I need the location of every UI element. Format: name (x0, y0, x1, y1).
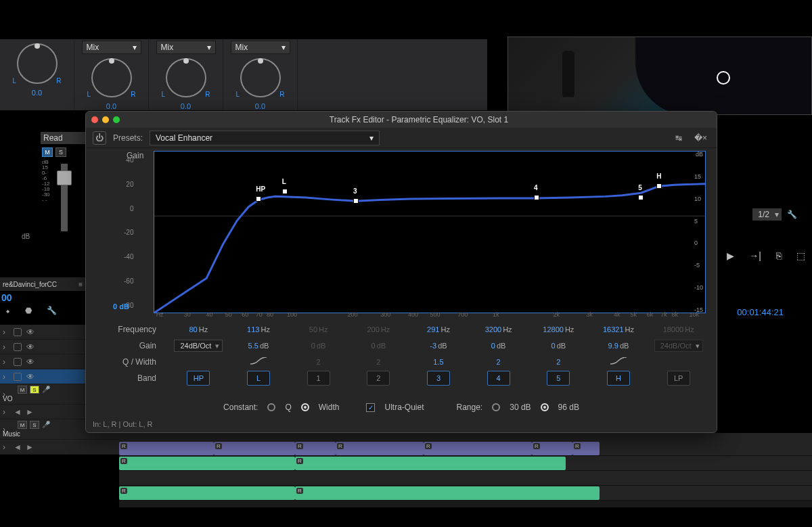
zoom-button[interactable] (113, 116, 120, 123)
lock-icon[interactable] (14, 358, 22, 366)
preset-dropdown[interactable]: Vocal Enhancer▾ (150, 131, 380, 145)
gain-value[interactable]: 0dB (528, 342, 589, 350)
band-toggle-2[interactable]: 2 (367, 371, 390, 386)
freq-value[interactable]: 3200Hz (468, 325, 528, 334)
step-button[interactable]: →| (749, 250, 761, 261)
mic-icon[interactable]: 🎤 (42, 421, 50, 429)
fader-thumb[interactable] (57, 170, 72, 185)
gain-value[interactable]: 9.9dB (589, 342, 649, 350)
mute-toggle[interactable]: M (18, 386, 27, 394)
marker-icon[interactable]: ⬥ (5, 306, 10, 315)
freq-value[interactable]: 16321Hz (589, 325, 649, 334)
play-button[interactable]: ▶ (727, 250, 734, 261)
pan-knob[interactable] (17, 43, 58, 84)
band-toggle-HP[interactable]: HP (187, 371, 210, 386)
band-toggle-1[interactable]: 1 (307, 371, 330, 386)
clip[interactable]: R (295, 457, 566, 470)
band-handle[interactable] (534, 195, 539, 200)
mute-toggle[interactable]: M (18, 421, 27, 429)
freq-value[interactable]: 291Hz (409, 325, 469, 334)
q-value[interactable]: 2 (288, 358, 348, 366)
mix-dropdown[interactable]: Mix▾ (156, 41, 216, 54)
hamburger-icon[interactable]: ≡ (78, 281, 83, 288)
overwrite-button[interactable]: ⬚ (796, 250, 805, 261)
freq-value[interactable]: 113Hz (229, 325, 289, 334)
mix-dropdown[interactable]: Mix▾ (82, 41, 141, 54)
insert-button[interactable]: ⎘ (776, 250, 782, 261)
freq-value[interactable]: 18000Hz (648, 325, 708, 334)
automation-mode-dropdown[interactable]: Read (41, 132, 85, 144)
project-name[interactable]: re&Davinci_forCC≡ (0, 277, 85, 291)
band-handle[interactable] (638, 195, 644, 200)
range-30-radio[interactable] (492, 403, 500, 411)
clip[interactable]: R (572, 442, 600, 455)
zoom-dropdown[interactable]: 1/2 (752, 208, 782, 221)
gain-value[interactable]: 0dB (468, 342, 528, 350)
band-handle[interactable] (256, 196, 261, 202)
clip[interactable]: R (295, 442, 336, 455)
pan-knob[interactable] (91, 58, 132, 97)
clip[interactable]: R (119, 486, 295, 500)
gain-value[interactable]: 0dB (348, 342, 409, 350)
track-row[interactable]: ›◄► (0, 440, 119, 455)
band-toggle-5[interactable]: 5 (547, 371, 570, 386)
solo-toggle[interactable]: S (55, 147, 66, 157)
mic-icon[interactable]: 🎤 (42, 386, 50, 394)
close-icon[interactable]: �× (692, 132, 710, 144)
wrench-icon[interactable]: 🔧 (787, 210, 797, 219)
clip[interactable]: R (214, 442, 295, 455)
freq-value[interactable]: 200Hz (348, 325, 409, 334)
q-value[interactable]: 2 (528, 358, 589, 366)
mute-toggle[interactable]: M (42, 147, 53, 157)
gain-value[interactable]: -3dB (409, 342, 469, 350)
timecode-display[interactable]: 00:01:44:21 (737, 307, 784, 317)
routing-icon[interactable]: ↹ (673, 132, 685, 144)
clip[interactable]: R (295, 486, 600, 500)
band-toggle-L[interactable]: L (247, 371, 270, 386)
freq-value[interactable]: 80Hz (168, 325, 229, 334)
solo-toggle[interactable]: S (30, 421, 39, 429)
band-toggle-H[interactable]: H (607, 371, 630, 386)
constant-width-radio[interactable] (301, 403, 309, 411)
timeline-ruler[interactable] (119, 433, 812, 441)
band-handle[interactable] (656, 183, 662, 189)
range-96-radio[interactable] (541, 403, 549, 411)
timecode[interactable]: 00 (1, 292, 12, 303)
minimize-button[interactable] (102, 116, 109, 123)
gain-value[interactable]: 24dB/Oct (648, 340, 708, 352)
mix-dropdown[interactable]: Mix▾ (231, 41, 290, 54)
wrench-icon[interactable]: 🔧 (47, 306, 57, 315)
band-handle[interactable] (282, 189, 288, 194)
freq-value[interactable]: 12800Hz (528, 325, 589, 334)
eye-icon[interactable]: 👁 (26, 372, 35, 382)
clip[interactable]: R (119, 442, 214, 455)
gain-value[interactable]: 24dB/Oct (168, 340, 229, 352)
constant-q-radio[interactable] (267, 403, 275, 411)
timeline[interactable]: R R R R R R R R R R R (119, 433, 812, 507)
clip[interactable]: R (424, 442, 532, 455)
band-handle[interactable] (353, 198, 359, 204)
close-button[interactable] (91, 116, 98, 123)
pan-knob[interactable] (240, 58, 281, 97)
solo-toggle[interactable]: S (30, 386, 39, 394)
pan-knob[interactable] (166, 58, 206, 97)
power-button[interactable]: ⏻ (93, 131, 106, 145)
clip[interactable]: R (119, 457, 295, 470)
q-value[interactable] (229, 357, 289, 367)
tag-icon[interactable]: ⬣ (25, 306, 32, 315)
q-value[interactable]: 2 (348, 358, 409, 366)
eq-graph[interactable]: HPL345H Hz304050607080100200300400500700… (154, 151, 706, 313)
gain-value[interactable]: 0dB (288, 342, 348, 350)
clip[interactable]: R (336, 442, 424, 455)
freq-value[interactable]: 50Hz (288, 325, 348, 334)
clip[interactable]: R (532, 442, 572, 455)
q-value[interactable]: 2 (468, 358, 528, 366)
eye-icon[interactable]: 👁 (26, 342, 35, 352)
ultra-quiet-checkbox[interactable] (366, 403, 375, 412)
gain-value[interactable]: 5.5dB (229, 342, 289, 350)
band-toggle-3[interactable]: 3 (427, 371, 450, 386)
titlebar[interactable]: Track Fx Editor - Parametric Equalizer: … (86, 112, 717, 128)
eye-icon[interactable]: 👁 (26, 357, 35, 367)
eye-icon[interactable]: 👁 (26, 327, 35, 337)
lock-icon[interactable] (14, 343, 22, 351)
